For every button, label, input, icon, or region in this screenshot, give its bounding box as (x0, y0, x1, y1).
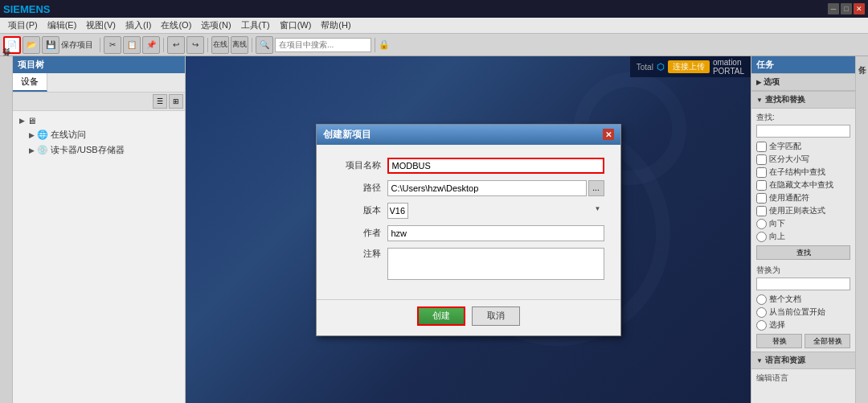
checkbox-regex: 使用正则表达式 (756, 205, 850, 216)
wildcard-checkbox[interactable] (756, 193, 767, 204)
left-vtab: 任务 (0, 56, 13, 403)
menu-edit[interactable]: 编辑(E) (43, 18, 82, 33)
case-checkbox[interactable] (756, 154, 767, 165)
usb-label: 读卡器/USB存储器 (51, 144, 125, 156)
checkbox-wildcard: 使用通配符 (756, 192, 850, 204)
save-button[interactable]: 💾 (42, 36, 59, 54)
find-replace-label: 查找和替换 (765, 94, 805, 105)
replace-input[interactable] (756, 278, 850, 290)
version-label: 版本 (333, 204, 381, 216)
save-label: 保存项目 (61, 39, 93, 51)
menu-options[interactable]: 选项(N) (196, 18, 235, 33)
find-button[interactable]: 查找 (756, 245, 850, 260)
left-vtab-label[interactable]: 任务 (0, 60, 14, 66)
replace-radio-all: 整个文档 (756, 294, 850, 305)
path-input[interactable] (387, 180, 587, 196)
maximize-button[interactable]: □ (841, 3, 852, 14)
tree-item-online[interactable]: ▶ 🌐 在线访问 (16, 127, 182, 142)
direction-down-radio[interactable] (756, 219, 767, 229)
online-label: 在线访问 (51, 129, 86, 141)
dialog-close-button[interactable]: ✕ (603, 129, 614, 140)
find-replace-section[interactable]: ▼ 查找和替换 (751, 91, 855, 109)
lang-body: 编辑语言 (751, 369, 855, 389)
lang-arrow: ▼ (756, 357, 763, 364)
regex-checkbox[interactable] (756, 206, 767, 216)
checkbox-hidden: 在隐藏文本中查找 (756, 179, 850, 191)
author-row: 作者 (333, 225, 604, 241)
find-input[interactable] (756, 125, 850, 138)
cut-button[interactable]: ✂ (104, 36, 121, 54)
path-label: 路径 (333, 182, 381, 194)
lang-resources-section[interactable]: ▼ 语言和资源 (751, 352, 855, 369)
replace-all-radio[interactable] (756, 294, 767, 305)
canvas-area: Total ⬡ 连接上传 omationPORTAL 创建新项目 ✕ 项目名称 … (186, 56, 751, 403)
hidden-checkbox[interactable] (756, 180, 767, 191)
undo-button[interactable]: ↩ (167, 36, 185, 54)
new-project-button[interactable]: 📄 (3, 36, 21, 54)
author-label: 作者 (333, 227, 381, 239)
tree-item-usb[interactable]: ▶ 💿 读卡器/USB存储器 (16, 142, 182, 158)
case-label: 区分大小写 (769, 154, 809, 165)
dialog-title: 创建新项目 (323, 128, 371, 142)
replace-button[interactable]: 替换 (756, 334, 802, 348)
replace-radio-selection: 选择 (756, 319, 850, 331)
replace-selection-radio[interactable] (756, 320, 767, 331)
redo-button[interactable]: ↪ (186, 36, 204, 54)
fullword-checkbox[interactable] (756, 142, 767, 152)
project-name-input[interactable] (387, 158, 604, 174)
open-button[interactable]: 📂 (23, 36, 40, 54)
menu-project[interactable]: 项目(P) (3, 18, 43, 33)
path-browse-button[interactable]: ... (588, 180, 604, 196)
paste-button[interactable]: 📌 (142, 36, 160, 54)
toolbar: 📄 📂 💾 保存项目 ✂ 📋 📌 ↩ ↪ 在线 离线 🔍 🔒 (0, 34, 868, 56)
online-button[interactable]: 在线 (211, 36, 229, 54)
comment-textarea[interactable] (387, 248, 604, 280)
options-section[interactable]: ▶ 选项 (751, 73, 855, 91)
direction-up-radio[interactable] (756, 232, 767, 242)
search-button[interactable]: 🔍 (256, 36, 273, 54)
tree-root[interactable]: ▶ 🖥 (16, 114, 182, 127)
find-label: 查找: (756, 112, 850, 123)
menu-tools[interactable]: 工具(T) (236, 18, 275, 33)
project-view-toggle[interactable]: ☰ (153, 94, 167, 109)
device-tab-item[interactable]: 设备 (13, 73, 47, 92)
window-controls: ─ □ ✕ (828, 3, 865, 14)
project-name-row: 项目名称 (333, 158, 604, 174)
menu-insert[interactable]: 插入(I) (121, 18, 156, 33)
main-layout: 任务 项目树 设备 ☰ ⊞ ▶ 🖥 ▶ 🌐 在线访问 ▶ 💿 (0, 56, 868, 403)
create-button[interactable]: 创建 (417, 306, 465, 326)
separator-2 (163, 38, 164, 52)
edit-lang-label: 编辑语言 (756, 372, 850, 384)
dialog-footer: 创建 取消 (317, 299, 620, 335)
replace-selection-label: 选择 (769, 319, 785, 331)
author-input[interactable] (387, 225, 604, 241)
wildcard-label: 使用通配符 (769, 192, 809, 204)
menu-window[interactable]: 窗口(W) (275, 18, 317, 33)
comment-row: 注释 (333, 248, 604, 280)
menu-online[interactable]: 在线(O) (156, 18, 196, 33)
substructure-checkbox[interactable] (756, 167, 767, 178)
radio-down: 向下 (756, 218, 850, 229)
replace-all-button[interactable]: 全部替换 (805, 334, 850, 348)
project-detail-toggle[interactable]: ⊞ (169, 94, 183, 109)
cancel-button[interactable]: 取消 (472, 306, 520, 326)
close-button[interactable]: ✕ (854, 3, 865, 14)
search-input[interactable] (275, 38, 371, 52)
right-sidebar: 任务 ▶ 选项 ▼ 查找和替换 查找: 全字匹配 区分大小写 在子结构中查找 (751, 56, 855, 403)
fullword-label: 全字匹配 (769, 141, 801, 152)
menu-view[interactable]: 视图(V) (81, 18, 121, 33)
project-panel: 项目树 设备 ☰ ⊞ ▶ 🖥 ▶ 🌐 在线访问 ▶ 💿 读卡器/USB存储器 (13, 56, 186, 403)
menu-help[interactable]: 帮助(H) (316, 18, 355, 33)
offline-button[interactable]: 离线 (231, 36, 248, 54)
version-select[interactable]: V16 V15 V14 (387, 203, 408, 219)
far-right-tab-label[interactable]: 任务 (855, 56, 869, 63)
dialog-body: 项目名称 路径 ... 版本 V16 V15 V14 (317, 145, 620, 299)
find-btn-row: 查找 (756, 245, 850, 260)
copy-button[interactable]: 📋 (123, 36, 141, 54)
separator-1 (100, 38, 100, 52)
minimize-button[interactable]: ─ (828, 3, 839, 14)
find-replace-body: 查找: 全字匹配 区分大小写 在子结构中查找 在隐藏文本中查找 使用通配符 (751, 109, 855, 352)
options-arrow: ▶ (756, 79, 761, 86)
replace-from-radio[interactable] (756, 307, 767, 318)
connect-upload-button[interactable]: 连接上传 (668, 60, 710, 73)
